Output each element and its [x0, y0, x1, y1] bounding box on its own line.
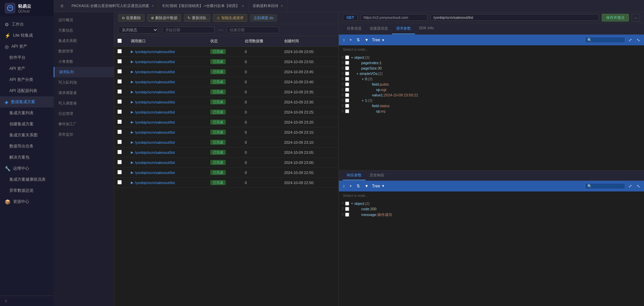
sidebar-item-api-asset[interactable]: ◎ API 资产: [0, 41, 54, 52]
schedule-button[interactable]: 立刻调度 ds: [250, 14, 277, 22]
row-checkbox-10[interactable]: [117, 150, 122, 154]
node-checkbox-8[interactable]: [345, 98, 349, 102]
tree-node-2[interactable]: ⠿message : 操作成功: [339, 212, 644, 218]
side-tab-plan-info[interactable]: 方案信息: [54, 25, 114, 36]
row-checkbox-0[interactable]: [117, 49, 122, 53]
tab-request-params[interactable]: 请求参数: [392, 23, 415, 34]
row-checkbox-4[interactable]: [117, 89, 122, 94]
queue-status-filter[interactable]: 队列状态: [118, 26, 158, 34]
side-tab-data-mgmt[interactable]: 数据管理: [54, 46, 114, 56]
node-checkbox-5[interactable]: [345, 82, 349, 86]
resp-tree-add-btn[interactable]: +: [348, 183, 353, 189]
tab-task-info[interactable]: 任务信息: [343, 23, 366, 34]
row-checkbox-8[interactable]: [117, 130, 122, 134]
sidebar-item-lite[interactable]: ⚡ Lite 轻集成: [0, 30, 54, 41]
tree-node-6[interactable]: ⠿ op : egt: [339, 87, 644, 92]
sidebar-item-anomaly[interactable]: 异常数据总览: [0, 185, 54, 196]
side-tab-request-scheduler[interactable]: 请求调度者: [54, 88, 114, 98]
tree-node-8[interactable]: ⠿▾1 : {3}: [339, 98, 644, 103]
sidebar-item-solution-list[interactable]: 集成方案列表: [0, 107, 54, 119]
sidebar-item-solution-package[interactable]: 解决方案包: [0, 152, 54, 163]
tree-node-0[interactable]: ⠿▾object : {3}: [339, 55, 644, 60]
tab-dingding[interactable]: 钉钉报销【项目报销类】->全蝶付款单【研西】 ✕: [158, 0, 249, 12]
tree-node-3[interactable]: ⠿▾simpleVOs : [2]: [339, 71, 644, 76]
node-checkbox-7[interactable]: [345, 93, 349, 97]
start-date-input[interactable]: [162, 27, 215, 33]
menu-toggle-icon[interactable]: ≡: [5, 299, 7, 303]
tab-history-response[interactable]: 历史响应: [366, 171, 388, 180]
sidebar-item-export-task[interactable]: 数据导出任务: [0, 141, 54, 152]
hamburger-icon[interactable]: ≡: [56, 0, 67, 12]
sidebar-item-api[interactable]: API 资产: [0, 63, 54, 74]
side-tab-relation-graph[interactable]: 集成关系图: [54, 36, 114, 46]
side-tab-log-mgmt[interactable]: 日志管理: [54, 108, 114, 119]
node-checkbox-1[interactable]: [345, 61, 349, 65]
tree-node-2[interactable]: ⠿pageSize : 30: [339, 65, 644, 71]
more-options-button[interactable]: ···: [632, 14, 640, 21]
save-activate-button[interactable]: 保存并激活: [602, 14, 629, 21]
toggle-icon-3[interactable]: ▾: [357, 72, 358, 76]
sidebar-item-software[interactable]: 软件平台: [0, 52, 54, 63]
delete-selected-button[interactable]: ⊗ 删除选中数据: [147, 14, 181, 22]
tab-close-package[interactable]: ✕: [151, 4, 154, 8]
api-link-8[interactable]: ▶ /yonbip/scm/salesout/list: [131, 130, 204, 134]
node-checkbox-10[interactable]: [345, 109, 349, 113]
api-link-7[interactable]: ▶ /yonbip/scm/salesout/list: [131, 120, 204, 124]
api-link-3[interactable]: ▶ /yonbip/scm/salesout/list: [131, 80, 204, 84]
row-checkbox-3[interactable]: [117, 79, 122, 84]
side-tab-request-queue[interactable]: 请求队列: [54, 67, 114, 77]
api-link-13[interactable]: ▶ /yonbip/scm/salesout/list: [131, 181, 204, 185]
tree-filter-btn[interactable]: ▼: [363, 37, 370, 43]
select-all-checkbox[interactable]: [117, 39, 122, 43]
row-checkbox-2[interactable]: [117, 69, 122, 74]
sidebar-item-data-integration[interactable]: ◈ 数据集成方案: [0, 96, 54, 107]
tab-package[interactable]: PACKAGE-全蝶云星辰物料写入旺店通货品档案 ✕: [67, 0, 158, 12]
tree-node-7[interactable]: ⠿value1 : 2024-10-09 23:50:21: [339, 92, 644, 98]
api-link-6[interactable]: ▶ /yonbip/scm/salesout/list: [131, 110, 204, 114]
node-checkbox-4[interactable]: [345, 77, 349, 81]
tree-node-9[interactable]: ⠿field : status: [339, 103, 644, 108]
row-checkbox-7[interactable]: [117, 120, 122, 124]
api-link-5[interactable]: ▶ /yonbip/scm/salesout/list: [131, 100, 204, 104]
tree-node-4[interactable]: ⠿▾0 : {3}: [339, 76, 644, 82]
api-link-2[interactable]: ▶ /yonbip/scm/salesout/list: [131, 70, 204, 74]
response-tree-search[interactable]: [585, 183, 625, 189]
resp-tree-filter-btn[interactable]: ▼: [363, 183, 370, 189]
row-checkbox-11[interactable]: [117, 160, 122, 164]
api-link-1[interactable]: ▶ /yonbip/scm/salesout/list: [131, 60, 204, 64]
toggle-icon-0[interactable]: ▾: [351, 202, 353, 205]
tree-sort-btn[interactable]: ⇅: [355, 37, 361, 43]
resp-collapse-all-btn[interactable]: ⤡: [635, 183, 641, 189]
resp-expand-all-btn[interactable]: ⤢: [627, 183, 633, 189]
sidebar-item-ops[interactable]: 🔧 运维中心: [0, 163, 54, 174]
sidebar-item-api-category[interactable]: API 资产分类: [0, 74, 54, 85]
sidebar-item-health[interactable]: 集成方案健康状况表: [0, 174, 54, 185]
node-checkbox-6[interactable]: [345, 88, 349, 92]
sidebar-item-api-adapter[interactable]: API 适配器列表: [0, 85, 54, 96]
api-link-11[interactable]: ▶ /yonbip/scm/salesout/list: [131, 161, 204, 165]
row-checkbox-5[interactable]: [117, 99, 122, 104]
sidebar-item-solution-graph[interactable]: 集成方案关系图: [0, 130, 54, 141]
tab-connector-info[interactable]: 连接器信息: [366, 23, 392, 34]
node-checkbox-9[interactable]: [345, 104, 349, 108]
tree-add-btn[interactable]: +: [348, 37, 353, 43]
smart-generate-button[interactable]: ⚠ 智能生成请求: [213, 14, 247, 22]
tree-expand-btn[interactable]: ↕: [341, 37, 346, 43]
side-tab-write-queue[interactable]: 写入队列池: [54, 77, 114, 88]
tab-close-dingding[interactable]: ✕: [241, 4, 244, 8]
url-path-input[interactable]: [430, 14, 599, 21]
requeue-button[interactable]: ↻ 重新排队: [184, 14, 210, 22]
sidebar-item-resources[interactable]: 📦 资源中心: [0, 196, 54, 207]
side-tab-query[interactable]: 小青查数: [54, 56, 114, 67]
batch-delete-button[interactable]: ⊖ 批量删除: [118, 14, 145, 22]
tree-collapse-all-btn[interactable]: ⤡: [635, 37, 641, 43]
side-tab-anomaly-monitor[interactable]: 异常监控: [54, 129, 114, 140]
node-checkbox-3[interactable]: [345, 72, 349, 76]
resp-tree-sort-btn[interactable]: ⇅: [355, 183, 361, 189]
tab-purchase[interactable]: 采购退料单回传 ✕: [249, 0, 287, 12]
api-link-9[interactable]: ▶ /yonbip/scm/salesout/list: [131, 140, 204, 144]
tree-node-10[interactable]: ⠿ op : eq: [339, 108, 644, 114]
tab-sdk-info[interactable]: SDK Info: [415, 23, 438, 34]
tree-node-1[interactable]: ⠿code : 200: [339, 206, 644, 212]
side-tab-event-factory[interactable]: 事件加工厂: [54, 119, 114, 129]
